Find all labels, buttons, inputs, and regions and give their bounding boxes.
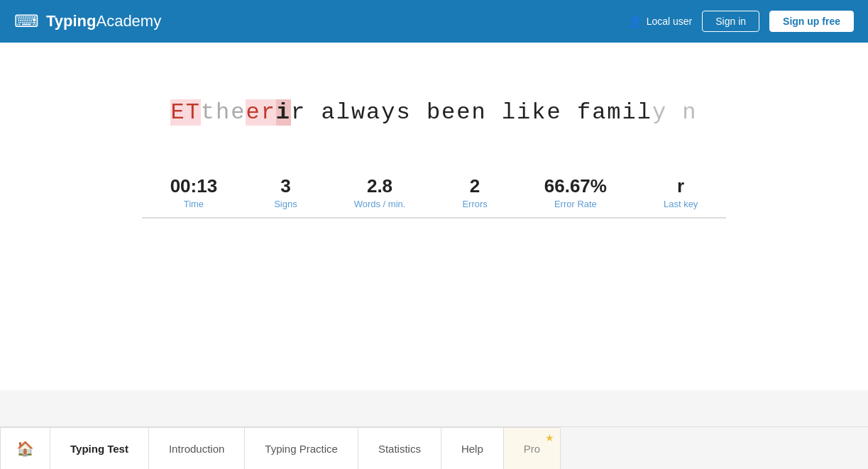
tab-help-label: Help — [461, 443, 483, 455]
user-label: Local user — [647, 16, 693, 27]
stat-signs-value: 3 — [274, 175, 297, 197]
logo-suffix: Academy — [96, 12, 161, 30]
page-wrapper: ⌨ TypingAcademy 👤 Local user Sign in Sig… — [0, 0, 868, 469]
stat-errorrate-label: Error Rate — [554, 199, 597, 209]
tab-pro-label: Pro — [524, 443, 540, 455]
tab-typing-practice-label: Typing Practice — [265, 443, 338, 455]
home-icon: 🏠 — [16, 440, 34, 457]
main-content: ETtheerir always been like family n 00:1… — [0, 43, 868, 390]
tab-typing-practice[interactable]: Typing Practice — [245, 427, 358, 469]
stat-signs-label: Signs — [274, 199, 297, 209]
tab-typing-test-label: Typing Test — [70, 443, 128, 455]
stat-time-value: 00:13 — [170, 175, 218, 197]
logo-text: TypingAcademy — [46, 12, 161, 31]
tab-statistics[interactable]: Statistics — [358, 427, 441, 469]
pro-star-icon: ★ — [545, 432, 554, 443]
header: ⌨ TypingAcademy 👤 Local user Sign in Sig… — [0, 0, 868, 43]
typing-display: ETtheerir always been like family n — [170, 99, 697, 126]
signin-button[interactable]: Sign in — [702, 11, 759, 32]
tab-pro[interactable]: Pro ★ — [504, 427, 561, 469]
stat-errorrate-value: 66.67% — [544, 175, 607, 197]
stat-errors-label: Errors — [462, 199, 487, 209]
stat-errorrate: 66.67% Error Rate — [516, 168, 635, 219]
tab-typing-test[interactable]: Typing Test — [50, 427, 149, 469]
user-info: 👤 Local user — [628, 15, 693, 28]
stat-lastkey-value: r — [664, 175, 698, 197]
signup-button[interactable]: Sign up free — [769, 11, 854, 32]
tab-home[interactable]: 🏠 — [0, 427, 50, 469]
tab-help[interactable]: Help — [441, 427, 504, 469]
typed-correct-1: the — [201, 99, 246, 126]
header-right: 👤 Local user Sign in Sign up free — [628, 11, 854, 32]
text-remaining: r always been like famil — [291, 99, 652, 126]
logo-area: ⌨ TypingAcademy — [14, 11, 161, 31]
text-faded: y n — [652, 99, 698, 126]
stat-signs: 3 Signs — [246, 168, 326, 219]
stat-errors-value: 2 — [462, 175, 487, 197]
nav-tabs: 🏠 Typing Test Introduction Typing Practi… — [0, 426, 868, 469]
stat-time-label: Time — [184, 199, 204, 209]
char-current: i — [276, 99, 291, 126]
stat-wpm: 2.8 Words / min. — [326, 168, 434, 219]
logo-bold: Typing — [46, 12, 96, 30]
tab-introduction[interactable]: Introduction — [149, 427, 245, 469]
tab-introduction-label: Introduction — [169, 443, 224, 455]
typed-error-2: er — [246, 99, 275, 126]
stat-time: 00:13 Time — [142, 168, 246, 219]
stat-wpm-value: 2.8 — [354, 175, 406, 197]
logo-icon: ⌨ — [14, 11, 39, 31]
stat-lastkey: r Last key — [635, 168, 726, 219]
tab-statistics-label: Statistics — [378, 443, 421, 455]
stat-lastkey-label: Last key — [664, 199, 698, 209]
typed-error-1: ET — [170, 99, 200, 126]
user-icon: 👤 — [628, 15, 642, 28]
stats-row: 00:13 Time 3 Signs 2.8 Words / min. 2 Er… — [142, 168, 727, 219]
stat-wpm-label: Words / min. — [354, 199, 406, 209]
stat-errors: 2 Errors — [434, 168, 515, 219]
